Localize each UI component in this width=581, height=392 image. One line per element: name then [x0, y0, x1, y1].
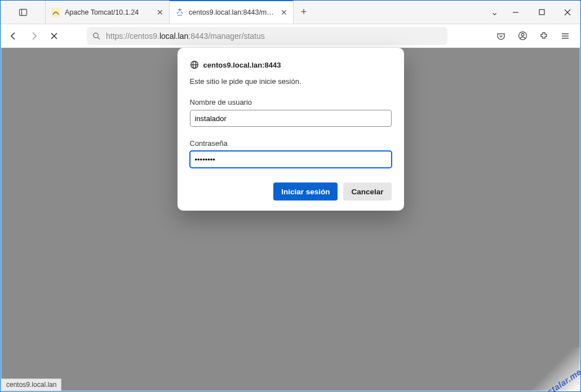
close-icon[interactable]: ✕	[281, 8, 287, 17]
tab-spacer: ⌄	[314, 1, 503, 24]
new-tab-button[interactable]: +	[294, 1, 314, 24]
password-input[interactable]	[190, 151, 392, 168]
svg-line-10	[97, 37, 100, 39]
username-label: Nombre de usuario	[190, 98, 392, 106]
url-bar[interactable]: https://centos9.local.lan:8443/manager/s…	[87, 27, 447, 45]
auth-dialog: centos9.local.lan:8443 Este sitio le pid…	[178, 48, 404, 211]
watermark: comoinstalar.me	[519, 367, 581, 392]
password-label: Contraseña	[190, 139, 392, 148]
minimize-button[interactable]	[503, 1, 529, 24]
cancel-button[interactable]: Cancelar	[343, 182, 391, 201]
username-input[interactable]	[190, 110, 392, 127]
chevron-down-icon[interactable]: ⌄	[491, 7, 498, 17]
tab-label: Apache Tomcat/10.1.24	[65, 8, 152, 16]
loading-favicon	[175, 8, 184, 17]
dialog-host: centos9.local.lan:8443	[190, 60, 392, 69]
panel-icon	[19, 8, 28, 17]
tomcat-favicon	[51, 8, 60, 17]
close-window-button[interactable]	[555, 1, 580, 24]
titlebar: Apache Tomcat/10.1.24 ✕ centos9.local.la…	[1, 1, 580, 24]
svg-rect-4	[539, 10, 544, 15]
search-icon	[92, 32, 100, 40]
pocket-icon[interactable]	[493, 28, 509, 44]
back-button[interactable]	[5, 28, 22, 44]
toolbar: https://centos9.local.lan:8443/manager/s…	[1, 24, 580, 48]
dialog-prompt: Este sitio le pide que inicie sesión.	[190, 77, 392, 86]
sidebar-toggle[interactable]	[1, 1, 46, 24]
account-icon[interactable]	[514, 28, 531, 44]
svg-point-9	[94, 33, 98, 37]
svg-rect-0	[19, 9, 26, 15]
svg-point-12	[521, 33, 524, 36]
window-controls	[503, 1, 580, 24]
close-icon[interactable]: ✕	[157, 8, 163, 17]
signin-button[interactable]: Iniciar sesión	[273, 182, 338, 201]
url-text: https://centos9.local.lan:8443/manager/s…	[106, 32, 265, 41]
globe-icon	[190, 60, 199, 69]
tab-label: centos9.local.lan:8443/manager	[189, 8, 276, 16]
maximize-button[interactable]	[529, 1, 555, 24]
forward-button[interactable]	[25, 28, 42, 44]
tab-manager[interactable]: centos9.local.lan:8443/manager ✕	[170, 0, 294, 24]
menu-icon[interactable]	[557, 28, 574, 44]
stop-button[interactable]	[46, 28, 63, 44]
toolbar-right	[493, 28, 576, 44]
dialog-actions: Iniciar sesión Cancelar	[190, 182, 392, 201]
tab-tomcat[interactable]: Apache Tomcat/10.1.24 ✕	[46, 1, 170, 24]
extensions-icon[interactable]	[535, 28, 552, 44]
status-bar: centos9.local.lan	[1, 378, 61, 391]
